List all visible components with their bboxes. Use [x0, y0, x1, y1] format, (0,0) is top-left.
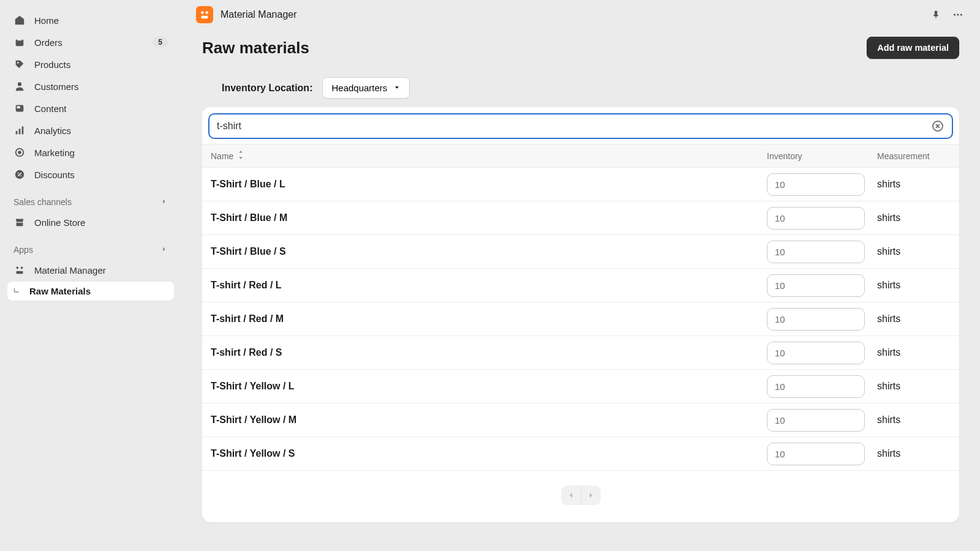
- svg-rect-1: [17, 39, 21, 41]
- table-row: T-shirt / Red / S shirts: [202, 336, 959, 370]
- material-name: T-Shirt / Yellow / M: [211, 414, 767, 425]
- inventory-input[interactable]: [767, 207, 865, 230]
- measurement-value: shirts: [877, 280, 951, 291]
- home-icon: [13, 14, 26, 26]
- svg-point-13: [20, 175, 21, 176]
- col-header-inventory: Inventory: [767, 151, 877, 161]
- sidebar-subitem-label: Raw Materials: [23, 286, 91, 296]
- measurement-value: shirts: [877, 212, 951, 223]
- app-header: Material Manager: [181, 0, 980, 29]
- main-content: Material Manager Raw materials Add raw m…: [181, 0, 980, 551]
- svg-rect-7: [19, 129, 21, 134]
- chevron-right-icon: [160, 197, 168, 207]
- inventory-location-label: Inventory Location:: [222, 83, 312, 94]
- sidebar-item-content[interactable]: Content: [7, 98, 174, 119]
- search-input[interactable]: [217, 121, 926, 132]
- measurement-value: shirts: [877, 381, 951, 392]
- material-name: T-Shirt / Yellow / L: [211, 381, 767, 392]
- sidebar-item-online-store[interactable]: Online Store: [7, 212, 174, 233]
- svg-point-2: [17, 62, 19, 64]
- content-icon: [13, 102, 26, 114]
- table-row: T-Shirt / Yellow / S shirts: [202, 437, 959, 471]
- inventory-input[interactable]: [767, 173, 865, 196]
- col-header-name[interactable]: Name: [211, 151, 767, 161]
- section-label: Sales channels: [13, 197, 72, 207]
- sidebar-subitem-raw-materials[interactable]: Raw Materials: [7, 282, 174, 301]
- svg-point-12: [18, 173, 19, 174]
- analytics-icon: [13, 124, 26, 137]
- measurement-value: shirts: [877, 179, 951, 190]
- sidebar-item-label: Marketing: [34, 148, 75, 158]
- chevron-right-icon: [160, 245, 168, 255]
- inventory-input[interactable]: [767, 409, 865, 432]
- material-manager-icon: [13, 264, 26, 276]
- table-row: T-Shirt / Blue / L shirts: [202, 168, 959, 201]
- inventory-input[interactable]: [767, 443, 865, 465]
- sort-icon: [237, 151, 244, 161]
- material-name: T-Shirt / Yellow / S: [211, 448, 767, 459]
- inventory-input[interactable]: [767, 375, 865, 398]
- pagination: [202, 471, 959, 522]
- sidebar-item-discounts[interactable]: Discounts: [7, 164, 174, 185]
- clear-search-icon[interactable]: [931, 119, 944, 133]
- filter-row: Inventory Location: Headquarters: [202, 77, 959, 107]
- table-row: T-shirt / Red / L shirts: [202, 269, 959, 302]
- content-area: Inventory Location: Headquarters: [181, 77, 980, 541]
- material-name: T-Shirt / Blue / S: [211, 246, 767, 257]
- sidebar-item-home[interactable]: Home: [7, 10, 174, 31]
- sidebar-item-label: Analytics: [34, 126, 71, 136]
- sidebar: Home Orders 5 Products Customers Content…: [0, 0, 181, 551]
- sidebar-item-material-manager[interactable]: Material Manager: [7, 260, 174, 280]
- sidebar-item-label: Discounts: [34, 170, 75, 180]
- sidebar-item-label: Orders: [34, 37, 62, 48]
- pin-icon[interactable]: [929, 7, 943, 22]
- svg-point-15: [17, 267, 19, 269]
- inventory-input[interactable]: [767, 308, 865, 331]
- sidebar-item-products[interactable]: Products: [7, 54, 174, 75]
- products-icon: [13, 58, 26, 70]
- svg-point-22: [957, 13, 959, 15]
- inventory-input[interactable]: [767, 241, 865, 263]
- material-name: T-shirt / Red / L: [211, 280, 767, 291]
- page-title: Raw materials: [202, 39, 867, 58]
- sidebar-item-customers[interactable]: Customers: [7, 76, 174, 97]
- table-row: T-Shirt / Blue / S shirts: [202, 235, 959, 269]
- sidebar-section-apps[interactable]: Apps: [7, 234, 174, 258]
- inventory-input[interactable]: [767, 342, 865, 364]
- select-value: Headquarters: [331, 83, 387, 93]
- material-name: T-Shirt / Blue / L: [211, 179, 767, 190]
- orders-icon: [13, 36, 26, 48]
- more-icon[interactable]: [951, 7, 965, 22]
- sidebar-item-analytics[interactable]: Analytics: [7, 120, 174, 141]
- svg-rect-17: [17, 271, 23, 274]
- svg-point-3: [18, 82, 21, 86]
- measurement-value: shirts: [877, 246, 951, 257]
- col-header-measurement: Measurement: [877, 151, 951, 161]
- inventory-location-select[interactable]: Headquarters: [322, 77, 410, 99]
- sidebar-section-sales-channels[interactable]: Sales channels: [7, 186, 174, 211]
- app-title: Material Manager: [221, 9, 921, 20]
- inventory-input[interactable]: [767, 274, 865, 297]
- material-name: T-shirt / Red / S: [211, 347, 767, 358]
- sidebar-item-label: Products: [34, 59, 70, 70]
- sidebar-item-marketing[interactable]: Marketing: [7, 142, 174, 163]
- app-logo-icon: [196, 6, 213, 23]
- svg-rect-6: [16, 131, 18, 134]
- material-name: T-Shirt / Blue / M: [211, 212, 767, 223]
- sidebar-item-label: Content: [34, 103, 67, 114]
- svg-point-16: [21, 267, 23, 269]
- page-prev-button[interactable]: [561, 485, 581, 505]
- svg-rect-8: [22, 127, 24, 135]
- page-next-button[interactable]: [581, 485, 601, 505]
- sub-arrow-icon: [11, 287, 22, 296]
- sidebar-item-label: Customers: [34, 81, 79, 92]
- table-row: T-shirt / Red / M shirts: [202, 302, 959, 336]
- marketing-icon: [13, 146, 26, 159]
- measurement-value: shirts: [877, 347, 951, 358]
- table-row: T-Shirt / Yellow / M shirts: [202, 403, 959, 437]
- svg-rect-14: [17, 223, 23, 226]
- sidebar-item-orders[interactable]: Orders 5: [7, 32, 174, 53]
- add-raw-material-button[interactable]: Add raw material: [867, 37, 959, 59]
- svg-point-18: [201, 11, 204, 14]
- materials-card: Name Inventory Measurement T-Shirt / Blu…: [202, 107, 959, 522]
